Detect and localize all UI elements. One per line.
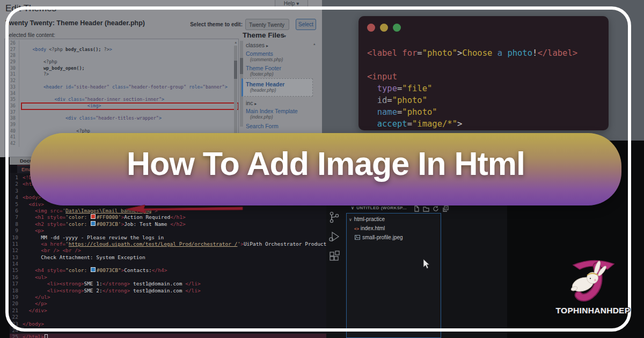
editor-scrollbar-thumb[interactable] [234,61,237,79]
wordpress-code[interactable]: 2627 <body <?php body_class(); ?>>2829 <… [5,39,238,147]
folder-label: inc [246,100,253,106]
code-line: 11 <a href='https://cloud.uipath.com/tes… [10,241,327,247]
code-line: 23</body> [10,321,327,327]
new-folder-icon[interactable] [423,205,429,212]
theme-file-footer-path: (footer.php) [250,71,274,77]
file-name: small-profile.jpeg [362,234,403,240]
code-line: 16 <ul> [10,274,327,281]
red-annotation-arrow [123,203,244,215]
theme-file-comments[interactable]: Comments [246,50,273,57]
code-line: 37 [5,109,238,116]
code-line: 38 <div class="header-titles-wrapper"> [5,115,238,122]
folder-label: classes [246,42,265,48]
code-line: 7 <h1 style='color: #FF0000'>Action Requ… [10,214,327,221]
folder-arrow-icon: ▸ [254,101,257,106]
theme-file-searchform[interactable]: Search Form [246,123,279,129]
code-line: 27 <body <?php body_class(); ?>> [5,47,238,53]
help-button[interactable]: Help ▾ [275,0,308,9]
theme-select-value: Twenty Twenty [249,22,284,28]
code-line: accept="image/*"> [367,118,577,130]
page-title: Edit Themes [5,3,56,14]
rabbit-mascot-icon [553,253,633,305]
code-line [367,59,577,71]
code-line: 36 <img> [5,103,238,109]
workspace-header[interactable]: ∨UNTITLED (WORKSP... [349,205,407,210]
theme-file-header-selected[interactable]: Theme Header [246,81,284,87]
explorer-tree-panel: ∨html-practice <>index.html small-profil… [346,213,441,338]
code-line: 22 [10,314,327,320]
code-line: <input [367,71,577,83]
code-line: 39 [5,122,238,128]
code-line: 24 [10,327,327,334]
extensions-icon[interactable] [327,250,341,264]
folder-name: html-practice [354,216,385,222]
code-line: 13 Check Attachment: System Exception [10,254,327,261]
code-line: 34 [5,91,238,97]
close-window-icon[interactable] [367,24,375,32]
collapse-all-icon[interactable] [442,205,449,212]
banner-title: How To Add Image In Html [30,145,621,182]
chevron-down-icon: ∨ [351,205,354,210]
select-theme-label: Select theme to edit: [182,21,243,27]
code-line: 17 <li><strong>SME 1:</strong> test1@dom… [10,281,327,287]
list-scroll-up-icon[interactable]: ▴ [313,42,316,46]
code-line: 31 ?> [5,71,238,78]
scroll-up-icon[interactable]: ▴ [235,40,237,44]
code-line: 14 [10,261,327,267]
theme-file-comments-path: (comments.php) [250,57,283,62]
run-debug-icon[interactable] [327,230,341,244]
code-line: 18 <li><strong>SME 2:</strong> test1@dom… [10,288,327,294]
thumbnail-stage: Help ▾ Edit Themes Twenty Twenty: Theme … [0,0,644,338]
code-line: 33 <header id="site-header" class="heade… [5,84,238,91]
theme-file-index-path: (index.php) [250,114,273,120]
theme-file-footer[interactable]: Theme Footer [246,65,281,71]
theme-file-folder-classes[interactable]: classes ▸ [246,42,268,48]
file-name: index.html [361,225,385,231]
workspace-title: UNTITLED (WORKSP... [356,205,407,210]
theme-select-dropdown[interactable]: Twenty Twenty ▾ [245,19,289,30]
theme-file-header-path: (header.php) [250,87,276,93]
code-line: type="file" [367,83,577,94]
theme-file-index[interactable]: Main Index Template [246,108,298,114]
selected-file-content-label: Selected file content: [5,32,55,38]
title-banner: How To Add Image In Html [30,133,621,205]
code-line: 12 <br /> <br /> [10,247,327,254]
maximize-window-icon[interactable] [393,24,401,32]
code-line: 19 </ul> [10,294,327,300]
folder-row-html-practice[interactable]: ∨html-practice [347,215,441,224]
source-control-icon[interactable] [327,210,341,224]
minimize-window-icon[interactable] [380,24,388,32]
site-logo: TOPHINHANHDEP [553,253,633,326]
code-line: 29 <?php [5,59,238,65]
code-line: name="photo" [367,106,577,118]
code-line: 35 <div class="header-inner section-inne… [5,97,238,103]
html-file-icon: <> [354,226,359,231]
file-row-small-profile-jpeg[interactable]: small-profile.jpeg [347,233,441,242]
code-line: 26 [5,40,238,47]
code-line: 15 <h4 style="color: #0073CB">Contacts:<… [10,267,327,274]
file-input-code: <label for="photo">Choose a photo!</labe… [367,47,577,130]
code-line: 10 MM -dd -yyyy - Please review the logs… [10,234,327,241]
refresh-icon[interactable] [433,205,439,212]
code-line: 21 </div> [10,307,327,314]
code-line: 8 <h2 style='color: #0073CB'>Job: Test N… [10,221,327,227]
code-line: 25</html> [10,334,327,338]
logo-text: TOPHINHANHDEP [553,306,633,315]
theme-file-folder-inc[interactable]: inc ▸ [246,100,257,106]
image-file-icon [355,235,360,240]
folder-arrow-icon: ▸ [266,43,268,48]
theme-files-title: Theme Files [243,31,284,39]
code-line: 32 [5,78,238,84]
file-row-index-html[interactable]: <>index.html [347,224,441,233]
code-line: 30 wp_body_open(); [5,65,238,72]
code-line: id="photo" [367,94,577,106]
theme-file-heading: Twenty Twenty: Theme Header (header.php) [5,19,145,27]
select-theme-button[interactable]: Select [296,19,316,30]
files-scrollbar-thumb[interactable] [240,58,243,74]
code-line: <label for="photo">Choose a photo!</labe… [367,47,577,59]
code-line: 28 [5,53,238,59]
code-line: 9 <p> [10,227,327,234]
chevron-down-icon: ∨ [349,217,352,222]
mac-code-window: <label for="photo">Choose a photo!</labe… [358,16,609,130]
new-file-icon[interactable] [413,205,420,212]
